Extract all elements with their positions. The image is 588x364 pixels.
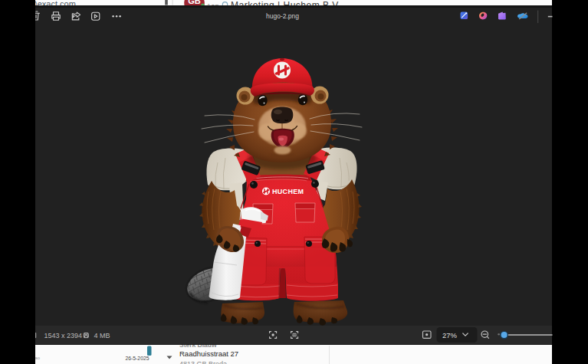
- svg-text:27%: 27%: [442, 331, 458, 339]
- svg-text:4 MB: 4 MB: [94, 332, 110, 339]
- svg-text:1543 x 2394: 1543 x 2394: [44, 332, 83, 339]
- svg-text:hugo-2.png: hugo-2.png: [266, 12, 299, 20]
